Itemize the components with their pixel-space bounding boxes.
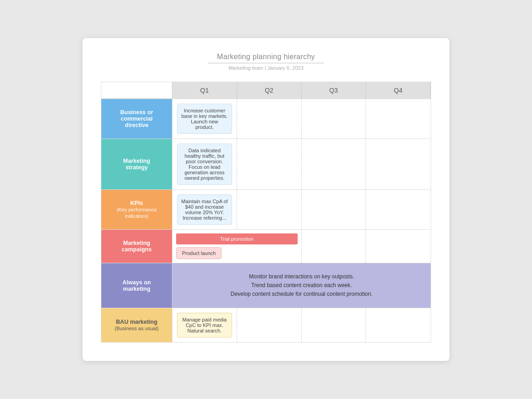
campaigns-q4-cell [366,229,431,263]
label-marketing-strategy: Marketingstrategy [101,139,172,189]
mstrat-q3-cell [302,139,366,189]
main-card: Marketing planning hierarchy Marketing t… [83,38,449,361]
quarter-header-q3: Q3 [302,82,366,99]
kpis-q1-box: Maintain max CpA of $40 and increase vol… [177,194,232,225]
kpis-q2-cell [237,189,302,229]
bau-q2-cell [237,308,302,342]
quarter-header-q2: Q2 [237,82,302,99]
product-launch-text: Product launch [182,250,216,256]
product-launch-box: Product launch [176,247,222,259]
label-text: KPIs(Key performance indicators) [105,200,168,219]
label-kpis: KPIs(Key performance indicators) [101,189,172,229]
bau-q3-cell [302,308,366,342]
biz-q1-box: Increase customer base in key markets. L… [177,104,232,134]
label-text: Marketingcampaigns [122,240,151,253]
bau-q1-text: Manage paid media CpC to KPI max. Natura… [183,317,227,333]
quarter-header-q4: Q4 [366,82,431,99]
page-title: Marketing planning hierarchy [208,53,324,63]
biz-q3-cell [302,99,366,139]
campaigns-q1q2-cell: Trial promotion Product launch [172,229,302,263]
bau-q1-cell: Manage paid media CpC to KPI max. Natura… [172,308,237,342]
label-business-commercial: Business orcommercialdirective [101,99,172,139]
page-header: Marketing planning hierarchy Marketing t… [101,53,431,71]
mstrat-q2-cell [237,139,302,189]
planning-grid: Q1 Q2 Q3 Q4 Business orcommercialdirecti… [101,82,431,343]
label-text: Always onmarketing [122,279,151,292]
always-on-content-cell: Monitor brand interactions on key outpos… [172,263,431,308]
page-subtitle: Marketing team | January 6, 2023 [101,65,431,71]
campaigns-q3-cell [302,229,366,263]
kpis-q4-cell [366,189,431,229]
biz-q1-cell: Increase customer base in key markets. L… [172,99,237,139]
mstrat-q1-text: Data indicated healthy traffic, but poor… [184,148,224,181]
mstrat-q1-cell: Data indicated healthy traffic, but poor… [172,139,237,189]
mstrat-q4-cell [366,139,431,189]
trial-promo-bar: Trial promotion [176,233,298,244]
mstrat-q1-box: Data indicated healthy traffic, but poor… [177,144,232,185]
kpis-q1-text: Maintain max CpA of $40 and increase vol… [181,199,228,221]
label-marketing-campaigns: Marketingcampaigns [101,229,172,263]
label-bau-marketing: BAU marketing(Business as usual) [101,308,172,342]
trial-promo-text: Trial promotion [220,236,254,242]
label-text: Business orcommercialdirective [120,109,153,128]
kpis-q1-cell: Maintain max CpA of $40 and increase vol… [172,189,237,229]
always-on-text: Monitor brand interactions on key outpos… [180,272,423,299]
quarter-header-q1: Q1 [172,82,237,99]
label-text: Marketingstrategy [123,158,150,171]
label-always-on: Always onmarketing [101,263,172,308]
biz-q1-text: Increase customer base in key markets. L… [181,108,227,130]
biz-q2-cell [237,99,302,139]
biz-q4-cell [366,99,431,139]
bau-q4-cell [366,308,431,342]
bau-q1-box: Manage paid media CpC to KPI max. Natura… [177,313,232,338]
label-text: BAU marketing(Business as usual) [115,319,159,332]
empty-header-cell [101,82,172,99]
kpis-q3-cell [302,189,366,229]
